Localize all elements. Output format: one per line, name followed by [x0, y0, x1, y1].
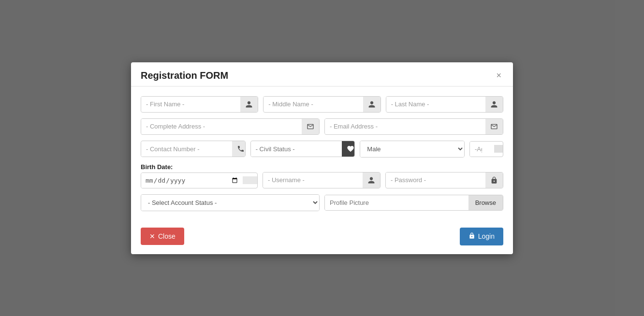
password-input[interactable] [386, 172, 485, 187]
close-button[interactable]: ✕ Close [141, 228, 184, 245]
birth-date-group [141, 172, 258, 188]
gender-select[interactable]: Male Female [360, 141, 464, 157]
username-group [263, 172, 381, 188]
person-icon-3 [485, 97, 503, 112]
username-input[interactable] [263, 172, 363, 187]
email-input[interactable] [325, 119, 485, 134]
last-name-group [386, 96, 503, 113]
modal-title: Registration FORM [141, 70, 228, 81]
civil-status-group [250, 141, 355, 157]
age-input[interactable] [470, 142, 494, 157]
email-icon [485, 119, 503, 134]
contact-input[interactable] [141, 142, 232, 157]
browse-button[interactable]: Browse [468, 195, 503, 210]
address-icon [302, 119, 319, 134]
heart-icon [342, 141, 355, 157]
username-icon [363, 172, 380, 188]
address-group [141, 118, 320, 135]
x-icon: ✕ [149, 232, 155, 240]
address-email-row [141, 118, 503, 135]
lock-icon [485, 172, 503, 188]
email-group [324, 118, 503, 135]
age-group [469, 141, 503, 157]
contact-group [141, 141, 246, 157]
modal-header: Registration FORM × [131, 62, 513, 86]
birth-date-input[interactable] [141, 173, 243, 188]
modal-footer: ✕ Close Login [131, 222, 513, 254]
first-name-group [141, 96, 258, 113]
birth-date-label: Birth Date: [141, 163, 258, 171]
account-status-select[interactable]: - Select Account Status - Active Inactiv… [141, 195, 319, 211]
password-group [385, 172, 503, 188]
profile-picture-input[interactable] [325, 195, 468, 210]
first-name-input[interactable] [141, 97, 240, 112]
login-label: Login [478, 232, 495, 240]
age-icon [494, 145, 503, 153]
modal-overlay: Registration FORM × [0, 0, 644, 316]
gender-group: Male Female [360, 141, 465, 158]
last-name-input[interactable] [386, 97, 485, 112]
login-button[interactable]: Login [460, 228, 503, 245]
close-label: Close [158, 232, 176, 240]
person-icon-1 [240, 97, 258, 112]
address-input[interactable] [141, 119, 302, 134]
modal-close-x-button[interactable]: × [494, 71, 503, 81]
status-profile-row: - Select Account Status - Active Inactiv… [141, 194, 503, 211]
birth-username-password-row: Birth Date: [141, 163, 503, 188]
civil-status-input[interactable] [251, 142, 342, 157]
profile-picture-group: Browse [324, 195, 503, 211]
registration-modal: Registration FORM × [131, 62, 513, 254]
calendar-icon [243, 176, 257, 184]
middle-name-group [263, 96, 381, 113]
modal-body: Male Female Birth Date: [131, 86, 513, 222]
middle-name-input[interactable] [263, 97, 363, 112]
name-row [141, 96, 503, 113]
contact-civil-row: Male Female [141, 141, 503, 158]
birth-date-section: Birth Date: [141, 163, 258, 188]
phone-icon [232, 141, 246, 157]
login-lock-icon [468, 232, 475, 241]
account-status-group: - Select Account Status - Active Inactiv… [141, 194, 320, 211]
person-icon-2 [363, 97, 381, 112]
